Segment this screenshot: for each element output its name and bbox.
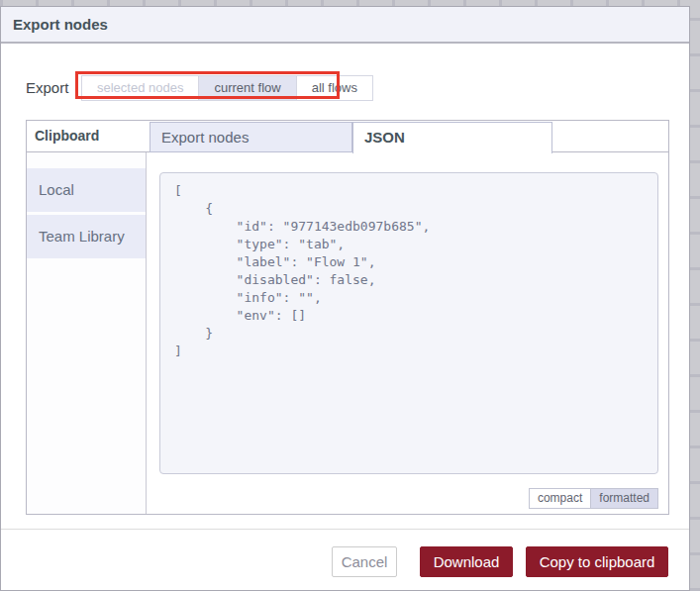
format-compact-button[interactable]: compact xyxy=(529,488,591,509)
library-tabbar: Clipboard Export nodes JSON xyxy=(27,121,668,152)
format-toggle-group: compact formatted xyxy=(529,488,658,509)
export-scope-group: selected nodes current flow all flows xyxy=(81,75,373,101)
dialog-header: Export nodes xyxy=(1,7,689,44)
tab-export-nodes[interactable]: Export nodes xyxy=(150,122,352,152)
export-json-textarea[interactable]: [ { "id": "977143edb097b685", "type": "t… xyxy=(159,172,658,474)
library-sidebar: Local Team Library xyxy=(27,152,147,514)
footer-divider xyxy=(1,529,689,530)
dialog-title: Export nodes xyxy=(13,16,108,33)
export-dialog: Export nodes Export selected nodes curre… xyxy=(0,6,690,591)
cancel-button[interactable]: Cancel xyxy=(332,546,397,577)
copy-to-clipboard-button[interactable]: Copy to clipboard xyxy=(526,546,668,577)
export-label: Export xyxy=(26,75,68,101)
download-button[interactable]: Download xyxy=(420,546,513,577)
scope-all-flows-button[interactable]: all flows xyxy=(296,75,373,101)
scope-selected-nodes-button[interactable]: selected nodes xyxy=(81,75,199,101)
tab-json[interactable]: JSON xyxy=(352,122,552,153)
format-formatted-button[interactable]: formatted xyxy=(590,488,658,509)
library-panel: Clipboard Export nodes JSON Local Team L… xyxy=(26,120,669,515)
scope-current-flow-button[interactable]: current flow xyxy=(198,75,296,101)
sidebar-item-local[interactable]: Local xyxy=(27,168,146,212)
sidebar-item-team-library[interactable]: Team Library xyxy=(27,215,146,258)
library-section-label: Clipboard xyxy=(35,121,99,151)
